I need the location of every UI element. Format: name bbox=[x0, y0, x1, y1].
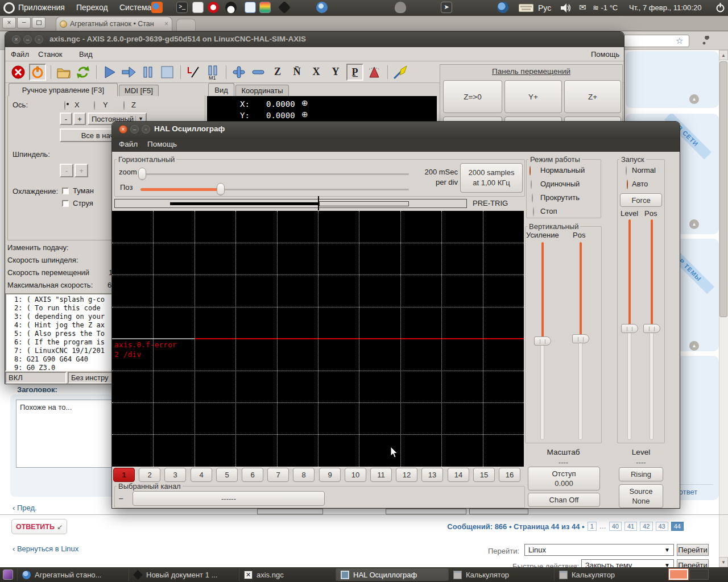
force-button[interactable]: Force bbox=[620, 193, 662, 207]
channel-button-3[interactable]: 3 bbox=[164, 468, 186, 482]
show-desktop-icon[interactable] bbox=[3, 569, 13, 580]
page-link-40[interactable]: 40 bbox=[609, 522, 622, 531]
page-link-41[interactable]: 41 bbox=[624, 522, 637, 531]
channel-button-16[interactable]: 16 bbox=[499, 468, 520, 482]
optional-stop-icon[interactable]: M1 bbox=[204, 64, 221, 81]
menu-help[interactable]: Помощь bbox=[147, 140, 177, 148]
step-icon[interactable] bbox=[120, 64, 137, 81]
radio-axis-x[interactable] bbox=[64, 101, 65, 110]
p-view-icon[interactable]: P̲ bbox=[346, 64, 363, 81]
tab-close-icon[interactable]: × bbox=[164, 20, 168, 28]
keyboard-icon[interactable] bbox=[519, 4, 533, 12]
flood-checkbox[interactable] bbox=[62, 200, 69, 207]
jog-button-z0[interactable]: Z=>0 bbox=[443, 80, 502, 113]
chromium-icon[interactable] bbox=[316, 2, 328, 13]
rising-button[interactable]: Rising bbox=[619, 467, 663, 481]
scrollbar-up-button[interactable]: ▲ bbox=[719, 50, 728, 60]
tab-dro[interactable]: Координаты bbox=[235, 85, 289, 96]
gain-slider-track[interactable] bbox=[540, 340, 544, 440]
subject-input[interactable]: Похоже на то... bbox=[16, 400, 117, 468]
vpos-slider[interactable] bbox=[580, 242, 582, 338]
menu-applications[interactable]: Приложения bbox=[18, 3, 65, 12]
pos-slider-handle[interactable] bbox=[217, 183, 225, 196]
goto-button[interactable]: Перейти bbox=[677, 544, 709, 556]
goto-select[interactable]: Linux▼ bbox=[524, 544, 674, 556]
radio-trigger-auto[interactable] bbox=[627, 180, 628, 189]
channel-button-6[interactable]: 6 bbox=[242, 468, 263, 482]
channel-button-14[interactable]: 14 bbox=[448, 468, 469, 482]
channel-button-4[interactable]: 4 bbox=[191, 468, 212, 482]
gimp-icon[interactable] bbox=[395, 2, 406, 13]
z-view-icon[interactable]: Z bbox=[269, 64, 286, 81]
radio-run-stop[interactable] bbox=[533, 207, 534, 217]
channel-button-8[interactable]: 8 bbox=[293, 468, 315, 482]
axis-titlebar[interactable]: × – ▫ axis.ngc - AXIS 2.6.0-pre0-3639-gd… bbox=[5, 32, 624, 47]
workspace-switcher[interactable] bbox=[689, 569, 709, 580]
spindle-minus-button[interactable]: - bbox=[60, 164, 73, 177]
opera-icon[interactable] bbox=[208, 2, 219, 13]
back-to-forum-link[interactable]: ‹ Вернуться в Linux bbox=[13, 544, 78, 553]
prev-link[interactable]: ‹ Пред. bbox=[13, 504, 37, 512]
radio-run-single[interactable] bbox=[531, 180, 532, 189]
jog-minus-button[interactable]: - bbox=[60, 113, 72, 125]
channel-button-2[interactable]: 2 bbox=[139, 468, 160, 482]
document-icon[interactable] bbox=[245, 2, 256, 13]
chan-off-button[interactable]: Chan Off bbox=[528, 493, 600, 507]
workspace-switcher-active[interactable] bbox=[669, 569, 688, 580]
ubuntu-logo-icon[interactable] bbox=[3, 2, 15, 14]
trigger-pos-slider[interactable] bbox=[651, 219, 653, 327]
taskbar-item[interactable]: Калькулятор bbox=[448, 568, 554, 581]
menu-view[interactable]: Вид bbox=[79, 50, 93, 59]
samples-button[interactable]: 2000 samples at 1,00 КГц bbox=[460, 163, 523, 193]
volume-icon[interactable] bbox=[561, 3, 571, 13]
scroll-top-button[interactable]: ▲ bbox=[689, 94, 699, 104]
clear-plot-icon[interactable] bbox=[392, 64, 409, 81]
machine-power-button[interactable] bbox=[29, 64, 46, 81]
taskbar-item[interactable]: ✕axis.ngc bbox=[239, 568, 336, 581]
tab-mdi[interactable]: MDI [F5] bbox=[119, 85, 159, 96]
channel-button-1[interactable]: 1 bbox=[113, 468, 135, 482]
page-link-1[interactable]: 1 bbox=[588, 522, 597, 531]
channel-button-5[interactable]: 5 bbox=[216, 468, 238, 482]
page-link-44[interactable]: 44 bbox=[671, 522, 684, 531]
stipple-icon[interactable] bbox=[159, 64, 176, 81]
channel-button-11[interactable]: 11 bbox=[370, 468, 392, 482]
mail-icon[interactable]: ✉ bbox=[579, 2, 586, 13]
jog-button-y-plus[interactable]: Y+ bbox=[504, 80, 562, 113]
inkscape-icon[interactable] bbox=[278, 1, 291, 14]
scope-screen[interactable]: axis.0.f-error 2 /div bbox=[112, 211, 524, 467]
pause-icon[interactable] bbox=[139, 64, 156, 81]
vpos-slider-handle[interactable] bbox=[572, 334, 589, 343]
halscope-titlebar[interactable]: × – ▫ HAL Осциллограф bbox=[112, 122, 680, 137]
channel-button-9[interactable]: 9 bbox=[319, 468, 341, 482]
radio-run-normal[interactable] bbox=[530, 166, 531, 176]
scrollbar-down-button[interactable]: ▼ bbox=[719, 557, 728, 567]
channel-button-12[interactable]: 12 bbox=[396, 468, 417, 482]
keyboard-layout-indicator[interactable]: Рус bbox=[538, 3, 551, 13]
menu-file[interactable]: Файл bbox=[119, 140, 138, 148]
menu-help[interactable]: Помощь bbox=[591, 50, 619, 59]
weather-temperature[interactable]: ≋ -1 °C bbox=[593, 3, 618, 12]
new-tab-button[interactable] bbox=[176, 19, 196, 31]
power-icon[interactable] bbox=[715, 3, 725, 13]
gain-slider[interactable] bbox=[541, 242, 544, 340]
minimize-icon[interactable]: – bbox=[130, 125, 139, 134]
firefox-icon[interactable] bbox=[151, 2, 163, 13]
radio-axis-z[interactable] bbox=[123, 101, 125, 110]
reload-icon[interactable] bbox=[75, 64, 92, 81]
source-button[interactable]: Source None bbox=[619, 484, 663, 508]
terminal-icon[interactable]: >_ bbox=[176, 2, 188, 13]
gain-slider-handle[interactable] bbox=[534, 336, 551, 346]
remote-terminal-icon[interactable]: ➤ bbox=[441, 2, 452, 13]
vpos-slider-track[interactable] bbox=[578, 338, 582, 440]
taskbar-item[interactable]: Новый документ 1 ... bbox=[129, 568, 239, 581]
maximize-icon[interactable]: ▫ bbox=[35, 35, 43, 44]
menu-system[interactable]: Система bbox=[119, 3, 151, 12]
radio-trigger-normal[interactable] bbox=[626, 166, 627, 176]
spindle-plus-button[interactable]: + bbox=[75, 164, 88, 177]
channel-button-10[interactable]: 10 bbox=[345, 468, 366, 482]
taskbar-item[interactable]: Калькулятор bbox=[554, 568, 657, 581]
thunderbird-icon[interactable] bbox=[497, 2, 508, 13]
jog-panel-title[interactable]: Панель перемещений bbox=[440, 67, 622, 76]
tux-icon[interactable] bbox=[225, 2, 237, 13]
